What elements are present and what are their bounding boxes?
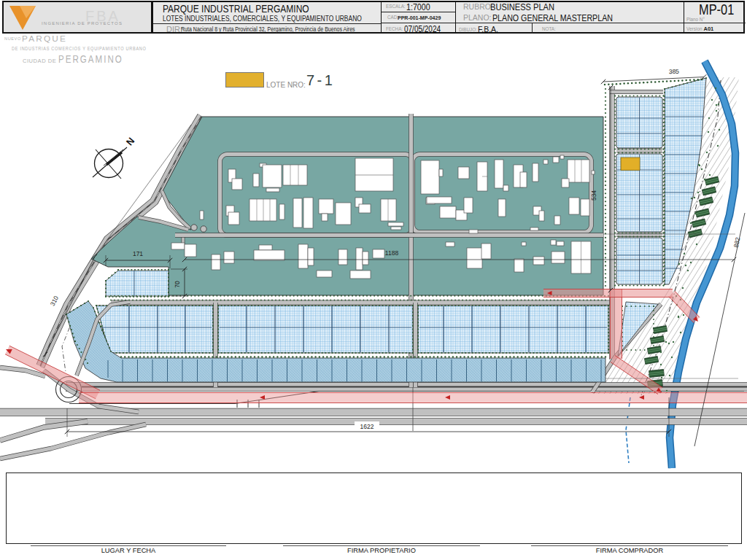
svg-text:1622: 1622 — [360, 423, 374, 430]
svg-text:N: N — [124, 136, 137, 148]
svg-text:310: 310 — [49, 295, 61, 307]
svg-text:385: 385 — [668, 68, 679, 76]
svg-text:882: 882 — [732, 236, 742, 248]
svg-text:1188: 1188 — [385, 249, 399, 257]
svg-text:534: 534 — [590, 190, 597, 201]
svg-text:171: 171 — [133, 250, 143, 257]
svg-text:70: 70 — [174, 281, 181, 288]
svg-text:INGENIERIA DE PROYECTOS: INGENIERIA DE PROYECTOS — [42, 21, 123, 26]
